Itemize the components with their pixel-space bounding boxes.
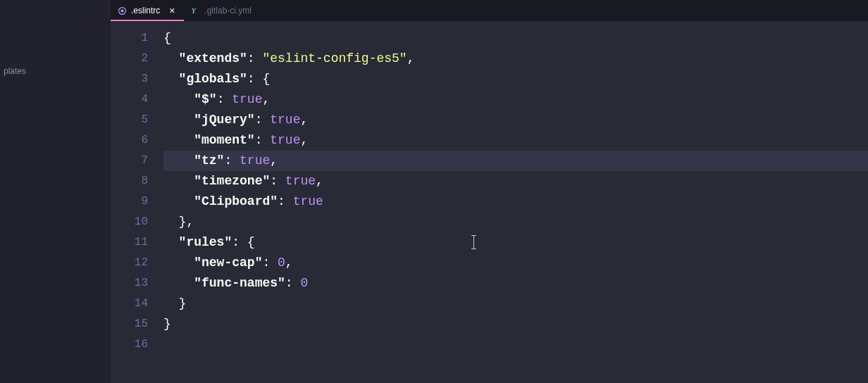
token bbox=[163, 153, 194, 168]
token: , bbox=[300, 113, 308, 127]
code-editor[interactable]: 12345678910111213141516 { "extends": "es… bbox=[111, 21, 868, 383]
token bbox=[163, 133, 194, 147]
code-line[interactable]: "func-names": 0 bbox=[163, 273, 868, 294]
line-number: 16 bbox=[111, 334, 163, 355]
code-line[interactable]: "tz": true, bbox=[163, 151, 868, 171]
line-number: 1 bbox=[111, 28, 163, 49]
token: "eslint-config-es5" bbox=[262, 51, 407, 65]
code-line[interactable]: } bbox=[163, 294, 868, 314]
token: , bbox=[285, 256, 293, 270]
line-number: 12 bbox=[111, 253, 163, 273]
token: }, bbox=[163, 215, 194, 229]
token: 0 bbox=[300, 276, 308, 290]
code-line[interactable]: "Clipboard": true bbox=[163, 192, 868, 212]
tab-label: .gitlab-ci.yml bbox=[204, 6, 252, 15]
tab[interactable]: Y.gitlab-ci.yml bbox=[184, 0, 259, 21]
token: } bbox=[163, 317, 171, 331]
token: , bbox=[270, 153, 278, 168]
token: : bbox=[278, 194, 293, 208]
token: "new-cap" bbox=[194, 256, 262, 270]
token: : bbox=[217, 92, 232, 106]
token bbox=[163, 174, 194, 188]
token: : bbox=[285, 276, 301, 290]
line-number: 6 bbox=[111, 130, 163, 151]
token: "timezone" bbox=[194, 174, 270, 188]
token: : bbox=[255, 113, 271, 127]
code-line[interactable]: } bbox=[163, 314, 868, 334]
line-number: 5 bbox=[111, 110, 163, 130]
line-number: 2 bbox=[111, 49, 163, 69]
yaml-file-icon: Y bbox=[191, 6, 200, 15]
line-number: 14 bbox=[111, 294, 163, 314]
token bbox=[163, 92, 194, 106]
token: , bbox=[262, 92, 270, 106]
token: "func-names" bbox=[194, 276, 285, 290]
code-line[interactable]: "jQuery": true, bbox=[163, 110, 868, 130]
token: } bbox=[163, 296, 186, 310]
code-line[interactable] bbox=[163, 334, 868, 355]
token: "globals" bbox=[179, 72, 247, 86]
token: true bbox=[232, 92, 262, 106]
line-number: 9 bbox=[111, 192, 163, 212]
token: , bbox=[407, 51, 415, 65]
code-area[interactable]: { "extends": "eslint-config-es5", "globa… bbox=[163, 21, 868, 383]
file-explorer-sidebar[interactable]: plates bbox=[0, 0, 111, 383]
line-number: 8 bbox=[111, 171, 163, 192]
tab-bar[interactable]: .eslintrc×Y.gitlab-ci.yml bbox=[111, 0, 868, 21]
line-number: 11 bbox=[111, 232, 163, 253]
token: , bbox=[316, 174, 323, 188]
token: "extends" bbox=[179, 51, 247, 65]
token bbox=[163, 194, 194, 208]
token: "Clipboard" bbox=[194, 194, 278, 208]
token: : { bbox=[232, 235, 254, 249]
code-line[interactable]: { bbox=[163, 28, 868, 49]
code-line[interactable]: "moment": true, bbox=[163, 130, 868, 151]
token: "tz" bbox=[194, 153, 224, 168]
token: 0 bbox=[278, 256, 285, 270]
line-number: 3 bbox=[111, 69, 163, 89]
gutter: 12345678910111213141516 bbox=[111, 21, 163, 383]
token: true bbox=[270, 113, 300, 127]
close-icon[interactable]: × bbox=[167, 6, 177, 15]
tab[interactable]: .eslintrc× bbox=[111, 0, 184, 21]
token: : bbox=[270, 174, 285, 188]
token bbox=[163, 113, 194, 127]
code-line[interactable]: "timezone": true, bbox=[163, 171, 868, 192]
token bbox=[163, 51, 179, 65]
token: , bbox=[300, 133, 308, 147]
token bbox=[163, 235, 179, 249]
token: true bbox=[293, 194, 323, 208]
token: : bbox=[247, 51, 263, 65]
config-file-icon bbox=[118, 6, 127, 15]
code-line[interactable]: "$": true, bbox=[163, 89, 868, 110]
svg-point-1 bbox=[120, 9, 123, 12]
line-number: 15 bbox=[111, 314, 163, 334]
token: : { bbox=[247, 72, 270, 86]
tab-label: .eslintrc bbox=[131, 6, 160, 15]
code-line[interactable]: "extends": "eslint-config-es5", bbox=[163, 49, 868, 69]
token bbox=[163, 276, 194, 290]
line-number: 10 bbox=[111, 212, 163, 232]
code-line[interactable]: "rules": { bbox=[163, 232, 868, 253]
token: true bbox=[285, 174, 316, 188]
token bbox=[163, 72, 179, 86]
line-number: 4 bbox=[111, 89, 163, 110]
line-number: 7 bbox=[111, 151, 163, 171]
token: : bbox=[224, 153, 240, 168]
token: { bbox=[163, 31, 171, 45]
token: true bbox=[270, 133, 300, 147]
code-line[interactable]: "globals": { bbox=[163, 69, 868, 89]
sidebar-item-label: plates bbox=[4, 66, 26, 76]
token: "$" bbox=[194, 92, 216, 106]
token: "moment" bbox=[194, 133, 254, 147]
code-line[interactable]: }, bbox=[163, 212, 868, 232]
sidebar-item[interactable]: plates bbox=[0, 63, 111, 79]
token: "rules" bbox=[179, 235, 232, 249]
token: "jQuery" bbox=[194, 113, 254, 127]
code-line[interactable]: "new-cap": 0, bbox=[163, 253, 868, 273]
token: : bbox=[262, 256, 278, 270]
token: true bbox=[240, 153, 270, 168]
token bbox=[163, 256, 194, 270]
svg-text:Y: Y bbox=[192, 6, 197, 14]
line-number: 13 bbox=[111, 273, 163, 294]
